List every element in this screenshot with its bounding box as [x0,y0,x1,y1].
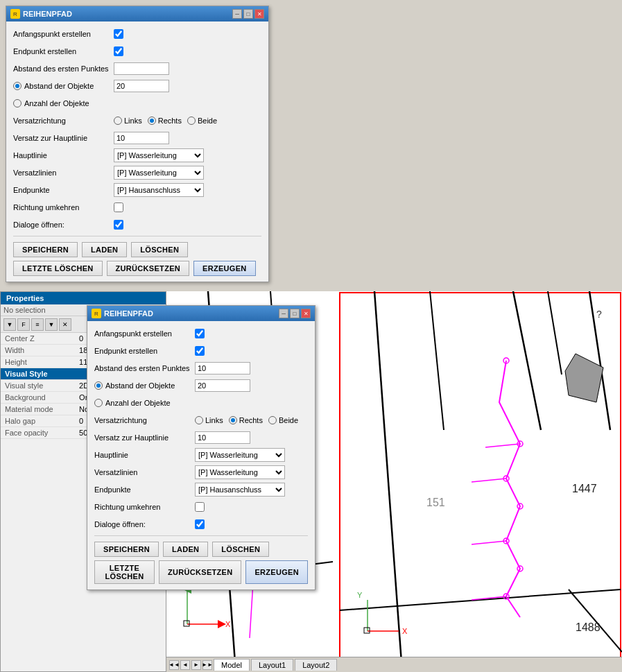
beide-radio-label: Beide [187,117,217,125]
abstand-objekte-row: Abstand der Objekte [13,79,261,93]
toolbar-btn-5[interactable]: ✕ [59,318,71,331]
title-left: R REIHENPFAD [10,9,72,19]
s-beide-radio[interactable] [268,416,277,424]
versatzrichtung-row: Versatzrichtung Links Rechts Beide [13,114,261,128]
versatzlinien-select[interactable]: [P] Wasserleitung [114,166,204,180]
tab-model[interactable]: Model [214,659,250,671]
loschen-button[interactable]: LÖSCHEN [131,242,188,257]
tab-nav-first[interactable]: ◄◄ [169,660,179,670]
s-erzeugen-button[interactable]: ERZEUGEN [245,560,308,584]
s-abstand-ersten-input[interactable] [195,362,250,374]
tab-nav-prev[interactable]: ◄ [180,660,190,670]
endpunkte-select[interactable]: [P] Hausanschluss [114,183,204,197]
s-abstand-ersten-row: Abstand des ersten Punktes [94,361,308,375]
versatz-hauptlinie-input[interactable] [114,132,169,144]
toolbar-btn-2[interactable]: F [17,318,30,331]
anzahl-objekte-radio[interactable] [13,99,21,107]
hauptlinie-select[interactable]: [P] Wasserleitung [114,148,204,162]
abstand-ersten-row: Abstand des ersten Punktes [13,62,261,76]
s-dialoge-checkbox[interactable] [195,519,205,529]
s-hauptlinie-select[interactable]: [P] Wasserleitung [195,448,285,462]
s-endpunkte-select[interactable]: [P] Hausanschluss [195,483,285,497]
s-button-row-2: LETZTE LÖSCHEN ZURÜCKSETZEN ERZEUGEN [94,560,308,584]
s-zurucksetzen-button[interactable]: ZURÜCKSETZEN [159,560,241,584]
anfangspunkt-checkbox[interactable] [114,29,123,39]
dialoge-offnen-row: Dialoge öffnen: [13,218,261,232]
second-dialog-icon: R [92,309,101,318]
dialoge-offnen-checkbox[interactable] [114,220,123,230]
svg-text:Y: Y [357,591,363,599]
richtung-umkehren-label: Richtung umkehren [13,203,114,212]
properties-title: Properties [6,294,44,302]
s-abstand-objekte-radio[interactable] [94,381,103,390]
svg-text:X: X [225,620,231,628]
s-speichern-button[interactable]: SPEICHERN [94,542,159,557]
s-endpunkt-checkbox[interactable] [195,346,205,356]
endpunkt-checkbox[interactable] [114,46,123,56]
s-richtung-label: Richtung umkehren [94,503,195,511]
abstand-ersten-input[interactable] [114,62,169,75]
abstand-objekte-radio[interactable] [13,82,21,90]
richtung-umkehren-checkbox[interactable] [114,203,123,212]
toolbar-btn-1[interactable]: ▼ [3,318,16,331]
s-abstand-objekte-row: Abstand der Objekte [94,379,308,393]
button-row-1: SPEICHERN LADEN LÖSCHEN [13,242,261,257]
s-richtung-checkbox[interactable] [195,502,205,512]
s-anfangspunkt-checkbox[interactable] [195,329,205,338]
main-dialog-title: REIHENPFAD [23,10,72,18]
tab-nav-next[interactable]: ► [191,660,201,670]
second-minimize-button[interactable]: ─ [279,309,288,318]
toolbar-btn-4[interactable]: ▼ [45,318,58,331]
s-letzte-loschen-button[interactable]: LETZTE LÖSCHEN [94,560,155,584]
anzahl-objekte-row: Anzahl der Objekte [13,96,261,110]
links-radio-label: Links [114,117,142,125]
s-versatzlinien-select[interactable]: [P] Wasserleitung [195,465,285,479]
svg-text:X: X [402,627,408,635]
s-rechts-radio[interactable] [229,416,237,424]
s-beide-label: Beide [268,416,298,424]
erzeugen-button[interactable]: ERZEUGEN [193,261,256,276]
prop-key-height: Height [1,356,75,368]
prop-key-centerz: Center Z [1,333,75,345]
richtung-umkehren-row: Richtung umkehren [13,200,261,214]
tab-nav-last[interactable]: ►► [202,660,212,670]
links-radio[interactable] [114,117,122,125]
second-close-button[interactable]: ✕ [301,309,311,318]
second-dialog-titlebar: R REIHENPFAD ─ □ ✕ [87,306,315,321]
s-richtung-row: Richtung umkehren [94,500,308,514]
s-anzahl-objekte-radio[interactable] [94,399,103,407]
beide-radio[interactable] [187,117,196,125]
letzte-loschen-button[interactable]: LETZTE LÖSCHEN [13,261,103,276]
window-buttons: ─ □ ✕ [232,9,264,19]
s-laden-button[interactable]: LADEN [163,542,208,557]
s-versatz-hauptlinie-input[interactable] [195,431,250,444]
minimize-button[interactable]: ─ [232,9,242,19]
prop-key-material: Material mode [1,404,75,415]
s-versatzrichtung-row: Versatzrichtung Links Rechts Beide [94,413,308,427]
close-button[interactable]: ✕ [254,9,264,19]
main-dialog-titlebar: R REIHENPFAD ─ □ ✕ [6,6,268,21]
tab-layout1[interactable]: Layout1 [251,659,293,671]
toolbar-btn-3[interactable]: ≡ [31,318,44,331]
speichern-button[interactable]: SPEICHERN [13,242,78,257]
second-maximize-button[interactable]: □ [290,309,300,318]
prop-key-width: Width [1,345,75,356]
second-title-left: R REIHENPFAD [92,309,153,318]
versatzrichtung-group: Links Rechts Beide [114,117,217,125]
anfangspunkt-row: Anfangspunkt erstellen [13,27,261,41]
maximize-button[interactable]: □ [243,9,253,19]
versatzlinien-label: Versatzlinien [13,169,114,177]
s-links-radio[interactable] [195,416,203,424]
abstand-objekte-input[interactable] [114,80,169,92]
abstand-objekte-label: Abstand der Objekte [13,82,114,90]
s-loschen-button[interactable]: LÖSCHEN [212,542,269,557]
s-abstand-objekte-input[interactable] [195,379,250,392]
s-rechts-label: Rechts [229,416,263,424]
laden-button[interactable]: LADEN [82,242,127,257]
s-endpunkt-label: Endpunkt erstellen [94,347,195,355]
tab-bar: ◄◄ ◄ ► ►► Model Layout1 Layout2 [166,657,622,672]
tab-layout2[interactable]: Layout2 [295,659,337,671]
main-reihenpfad-dialog: R REIHENPFAD ─ □ ✕ Anfangspunkt erstelle… [6,6,269,282]
rechts-radio[interactable] [148,117,156,125]
zurucksetzen-button[interactable]: ZURÜCKSETZEN [107,261,189,276]
